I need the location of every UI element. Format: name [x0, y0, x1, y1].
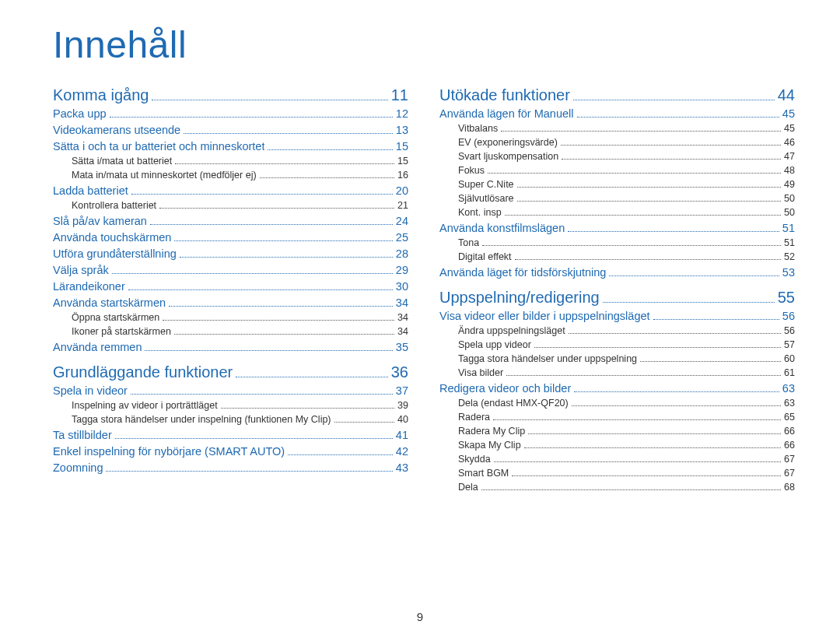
toc-leader-dots	[653, 313, 779, 320]
toc-leader-dots	[288, 448, 393, 455]
toc-entry[interactable]: Videokamerans utseende13	[53, 124, 408, 137]
toc-entry[interactable]: Digital effekt52	[439, 251, 795, 263]
toc-entry[interactable]: Kontrollera batteriet21	[53, 200, 408, 212]
toc-entry-label: Radera My Clip	[458, 426, 525, 437]
toc-entry[interactable]: Använda lägen för Manuell45	[439, 107, 795, 121]
toc-entry-label: Slå på/av kameran	[53, 215, 147, 227]
toc-entry[interactable]: Använda startskärmen34	[53, 296, 408, 310]
toc-entry[interactable]: Svart ljuskompensation47	[439, 151, 795, 163]
toc-entry[interactable]: Super C.Nite49	[439, 179, 795, 191]
toc-entry-label: Fokus	[458, 165, 485, 176]
toc-leader-dots	[506, 370, 781, 376]
toc-entry[interactable]: Utökade funktioner44	[439, 86, 795, 104]
toc-entry-label: Grundläggande funktioner	[53, 363, 233, 381]
toc-entry-label: Kont. insp	[458, 207, 502, 218]
toc-entry[interactable]: Ta stillbilder41	[53, 429, 408, 442]
toc-entry[interactable]: Utföra grundåterställning28	[53, 247, 408, 261]
toc-entry[interactable]: Ändra uppspelningsläget56	[439, 325, 795, 337]
toc-leader-dots	[174, 234, 393, 241]
toc-entry[interactable]: Vitbalans45	[439, 123, 795, 135]
toc-entry-page: 36	[391, 363, 408, 381]
toc-entry[interactable]: Tagga stora händelser under inspelning (…	[53, 414, 408, 426]
toc-leader-dots	[572, 400, 781, 406]
toc-entry-label: Smart BGM	[458, 468, 509, 479]
toc-entry[interactable]: Grundläggande funktioner36	[53, 363, 408, 381]
toc-entry[interactable]: Använda touchskärmen25	[53, 231, 408, 244]
toc-entry[interactable]: Enkel inspelning för nybörjare (SMART AU…	[53, 445, 408, 458]
toc-entry[interactable]: Slå på/av kameran24	[53, 215, 408, 228]
toc-entry[interactable]: Redigera videor och bilder63	[439, 382, 795, 395]
toc-entry[interactable]: Självutlösare50	[439, 193, 795, 205]
toc-entry[interactable]: Spela upp videor57	[439, 339, 795, 351]
toc-leader-dots	[534, 342, 781, 348]
toc-leader-dots	[131, 188, 393, 195]
toc-entry-label: Självutlösare	[458, 193, 514, 204]
toc-leader-dots	[150, 218, 393, 225]
toc-entry[interactable]: Smart BGM67	[439, 468, 795, 479]
toc-entry[interactable]: Skydda67	[439, 454, 795, 465]
toc-entry[interactable]: Dela68	[439, 482, 795, 493]
toc-entry[interactable]: Packa upp12	[53, 107, 408, 121]
toc-entry[interactable]: Komma igång11	[53, 86, 408, 104]
toc-leader-dots	[260, 172, 395, 178]
toc-entry-label: Visa bilder	[458, 367, 503, 378]
toc-entry[interactable]: Dela (endast HMX-QF20)63	[439, 398, 795, 409]
toc-entry-label: Svart ljuskompensation	[458, 151, 558, 162]
toc-entry[interactable]: Ikoner på startskärmen34	[53, 326, 408, 338]
toc-leader-dots	[128, 283, 393, 290]
toc-leader-dots	[175, 158, 394, 164]
toc-entry[interactable]: Välja språk29	[53, 264, 408, 277]
toc-entry[interactable]: Zoomning43	[53, 461, 408, 475]
toc-entry-label: Sätta i/mata ut batteriet	[72, 156, 172, 167]
toc-entry[interactable]: Sätta i och ta ur batteriet och minnesko…	[53, 140, 408, 153]
toc-entry[interactable]: Använda remmen35	[53, 341, 408, 354]
toc-leader-dots	[505, 209, 782, 216]
toc-entry-page: 50	[784, 207, 795, 218]
toc-entry[interactable]: Öppna startskärmen34	[53, 312, 408, 324]
toc-entry[interactable]: Radera My Clip66	[439, 426, 795, 437]
toc-entry-page: 48	[784, 165, 795, 176]
toc-entry-page: 60	[784, 353, 795, 364]
toc-entry-page: 43	[396, 461, 408, 474]
toc-entry[interactable]: Inspelning av videor i porträttläget39	[53, 400, 408, 412]
toc-entry-label: Ta stillbilder	[53, 429, 112, 441]
toc-entry-page: 51	[782, 222, 795, 234]
toc-leader-dots	[640, 356, 781, 362]
toc-entry-label: Inspelning av videor i porträttläget	[72, 400, 218, 411]
toc-entry[interactable]: Radera65	[439, 412, 795, 423]
toc-entry[interactable]: Tagga stora händelser under uppspelning6…	[439, 353, 795, 365]
toc-leader-dots	[609, 269, 779, 276]
toc-entry[interactable]: Visa videor eller bilder i uppspelningsl…	[439, 310, 795, 323]
toc-entry[interactable]: Skapa My Clip66	[439, 440, 795, 451]
toc-leader-dots	[493, 414, 781, 420]
toc-entry-page: 40	[397, 414, 408, 425]
toc-leader-dots	[131, 388, 393, 395]
toc-entry-page: 20	[396, 184, 408, 197]
toc-entry-label: Super C.Nite	[458, 179, 514, 190]
toc-entry-label: EV (exponeringsvärde)	[458, 137, 558, 148]
toc-entry[interactable]: Tona51	[439, 237, 795, 249]
toc-entry[interactable]: Fokus48	[439, 165, 795, 177]
toc-entry[interactable]: Mata in/mata ut minneskortet (medföljer …	[53, 170, 408, 181]
toc-entry[interactable]: Uppspelning/redigering55	[439, 289, 795, 307]
toc-entry[interactable]: Ladda batteriet20	[53, 184, 408, 198]
toc-entry[interactable]: Visa bilder61	[439, 367, 795, 379]
toc-entry-label: Digital effekt	[458, 251, 512, 262]
toc-entry[interactable]: EV (exponeringsvärde)46	[439, 137, 795, 149]
toc-entry[interactable]: Använda konstfilmslägen51	[439, 222, 795, 235]
toc-entry[interactable]: Spela in videor37	[53, 384, 408, 398]
toc-entry[interactable]: Använda läget för tidsförskjutning53	[439, 266, 795, 279]
toc-leader-dots	[482, 240, 781, 246]
toc-entry[interactable]: Lärandeikoner30	[53, 280, 408, 293]
toc-entry[interactable]: Sätta i/mata ut batteriet15	[53, 156, 408, 167]
toc-leader-dots	[145, 344, 392, 351]
toc-entry-page: 66	[784, 426, 795, 437]
toc-leader-dots	[517, 181, 782, 188]
toc-entry[interactable]: Kont. insp50	[439, 207, 795, 219]
toc-entry-page: 24	[396, 215, 408, 227]
toc-column-right: Utökade funktioner44Använda lägen för Ma…	[439, 77, 795, 496]
toc-entry-page: 45	[782, 107, 795, 120]
toc-entry-page: 15	[397, 156, 408, 167]
toc-entry-page: 29	[396, 264, 408, 276]
toc-entry-page: 42	[396, 445, 408, 458]
